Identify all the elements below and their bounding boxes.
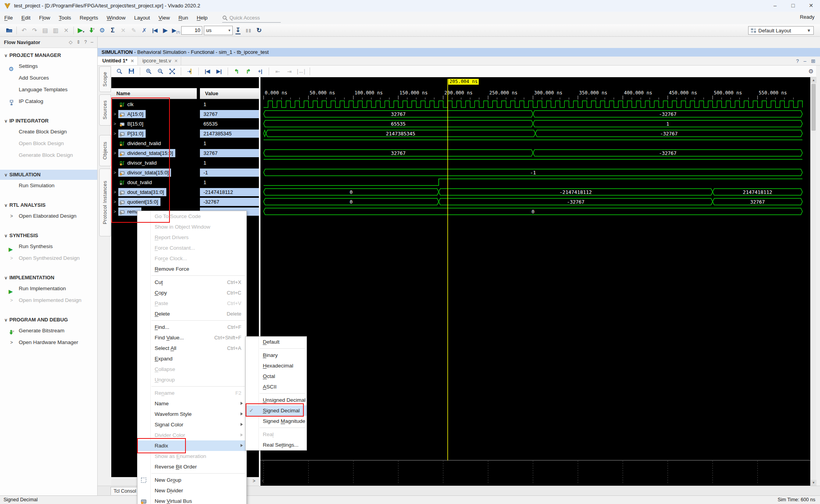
menu-layout[interactable]: Layout — [130, 12, 154, 24]
chevron-right-icon[interactable]: > — [10, 337, 13, 348]
side-tab-sources[interactable]: Sources — [99, 94, 111, 126]
menu-file[interactable]: File — [0, 12, 17, 24]
signal-row-dout-tvalid[interactable]: dout_tvalid — [111, 177, 197, 187]
go-to-last-time-icon[interactable]: ⇥ — [284, 67, 294, 76]
flow-section-header-simulation[interactable]: ∨SIMULATION — [0, 170, 97, 180]
chevron-right-icon[interactable]: > — [10, 295, 13, 306]
help-icon[interactable]: ? — [84, 39, 87, 45]
run-flow-icon[interactable]: ▶▾ — [76, 26, 86, 35]
pause-icon[interactable]: ▮▮ — [243, 26, 254, 35]
tab-untitled-1[interactable]: Untitled 1* ✕ — [98, 56, 138, 65]
report-summary-icon[interactable]: Σ — [107, 26, 118, 35]
expand-chevron-icon[interactable]: > — [114, 197, 116, 207]
chevron-right-icon[interactable]: > — [10, 252, 13, 264]
radix-item-unsigned-decimal[interactable]: Unsigned Decimal — [246, 395, 307, 405]
flow-item-add-sources[interactable]: Add Sources — [0, 72, 97, 84]
context-menu-item-waveform-style[interactable]: Waveform Style — [137, 409, 246, 419]
context-menu-item-find[interactable]: Find...Ctrl+F — [137, 322, 246, 332]
flow-item-generate-bitstream[interactable]: 01Generate Bitstream — [0, 325, 97, 337]
find-icon[interactable] — [114, 67, 125, 76]
flow-section-header-rtl-analysis[interactable]: ∨RTL ANALYSIS — [0, 200, 97, 210]
swap-next-cursor-icon[interactable]: ↱ — [243, 67, 253, 76]
previous-transition-icon[interactable]: |◀ — [202, 67, 212, 76]
name-column-header[interactable]: Name — [111, 88, 197, 99]
scroll-left-icon[interactable]: < — [261, 478, 264, 484]
scroll-down-icon[interactable]: ▼ — [811, 480, 816, 486]
clear-run-icon[interactable]: ✗ — [139, 26, 150, 35]
menu-tools[interactable]: Tools — [55, 12, 76, 24]
run-all-icon[interactable]: ▶ — [160, 26, 171, 35]
tab-ipcore-test-v[interactable]: ipcore_test.v ✕ — [138, 57, 182, 65]
signal-row-p-31-0[interactable]: >P[31:0] — [111, 129, 197, 138]
close-icon[interactable]: ✕ — [130, 57, 134, 65]
flow-item-language-templates[interactable]: Language Templates — [0, 84, 97, 96]
context-menu-item-expand[interactable]: Expand — [137, 353, 246, 364]
relaunch-simulation-icon[interactable]: ↻ — [254, 26, 264, 35]
flow-item-open-elaborated-design[interactable]: >Open Elaborated Design — [0, 210, 97, 222]
help-icon[interactable]: ? — [796, 58, 799, 64]
expand-collapse-icon[interactable]: ⇕ — [77, 39, 80, 45]
zoom-out-icon[interactable] — [155, 67, 166, 76]
restart-simulation-icon[interactable]: |◀ — [150, 26, 160, 35]
context-menu-item-radix[interactable]: Radix — [137, 440, 246, 451]
flow-item-run-synthesis[interactable]: ▶Run Synthesis — [0, 241, 97, 252]
flow-item-create-block-design[interactable]: Create Block Design — [0, 126, 97, 138]
radix-item-hexadecimal[interactable]: Hexadecimal — [246, 360, 307, 371]
expand-chevron-icon[interactable]: > — [114, 187, 116, 197]
cancel-icon[interactable]: ✕ — [118, 26, 128, 35]
delete-icon[interactable]: ✕ — [61, 26, 71, 35]
signal-row-dout-tdata-31-0[interactable]: >dout_tdata[31:0] — [111, 187, 197, 197]
run-time-input[interactable] — [181, 26, 202, 35]
context-menu-item-copy[interactable]: CopyCtrl+C — [137, 287, 246, 298]
chevron-right-icon[interactable]: > — [10, 210, 13, 222]
expand-chevron-icon[interactable]: > — [114, 119, 116, 129]
expand-chevron-icon[interactable]: > — [114, 168, 116, 177]
copy-icon[interactable]: ▤ — [40, 26, 50, 35]
generate-bitstream-icon[interactable]: 01 — [86, 26, 97, 35]
signal-row-b-15-0[interactable]: >B[15:0] — [111, 119, 197, 129]
next-transition-icon[interactable]: ▶| — [214, 67, 224, 76]
radix-item-real-settings[interactable]: Real Settings... — [246, 440, 307, 450]
side-tab-objects[interactable]: Objects — [99, 135, 111, 166]
flow-item-run-simulation[interactable]: Run Simulation — [0, 180, 97, 192]
flow-item-open-implemented-design[interactable]: >Open Implemented Design — [0, 295, 97, 306]
zoom-fit-icon[interactable] — [167, 67, 177, 76]
expand-chevron-icon[interactable]: > — [114, 129, 116, 138]
maximize-button[interactable]: □ — [784, 0, 802, 11]
vertical-scrollbar[interactable]: ▲ ▼ — [810, 77, 816, 486]
expand-chevron-icon[interactable]: > — [114, 148, 116, 158]
signal-row-dividend-tvalid[interactable]: dividend_tvalid — [111, 138, 197, 148]
edit-pen-icon[interactable]: ✎ — [128, 26, 139, 35]
flow-item-ip-catalog[interactable]: IP Catalog — [0, 96, 97, 107]
scrollbar-thumb[interactable] — [811, 84, 816, 131]
flow-section-header-program-and-debug[interactable]: ∨PROGRAM AND DEBUG — [0, 315, 97, 325]
tab-tcl-console[interactable]: Tcl Consol — [111, 487, 139, 495]
context-menu-item-find-value[interactable]: Find Value...Ctrl+Shift+F — [137, 332, 246, 343]
context-menu-item-delete[interactable]: DeleteDelete — [137, 309, 246, 319]
expand-chevron-icon[interactable]: > — [114, 207, 116, 217]
step-to-time-icon[interactable]: ↧ — [233, 26, 243, 35]
context-menu-item-new-group[interactable]: New Group — [137, 475, 246, 485]
context-menu-item-name[interactable]: Name — [137, 398, 246, 409]
flow-item-settings[interactable]: ⚙Settings — [0, 60, 97, 72]
context-menu-item-select-all[interactable]: Select AllCtrl+A — [137, 343, 246, 353]
signal-row-quotient-15-0[interactable]: >quotient[15:0] — [111, 197, 197, 207]
radix-item-signed-magnitude[interactable]: Signed Magnitude — [246, 416, 307, 426]
flow-item-open-block-design[interactable]: Open Block Design — [0, 138, 97, 149]
time-unit-select[interactable]: us▾ — [204, 26, 233, 35]
menu-run[interactable]: Run — [174, 12, 193, 24]
scroll-right-icon[interactable]: > — [253, 478, 255, 484]
fit-selection-icon[interactable]: |↔| — [296, 67, 306, 76]
run-for-time-icon[interactable]: ▶(T) — [171, 26, 181, 35]
float-pane-icon[interactable]: ⊞ — [811, 58, 815, 64]
layout-selector[interactable]: Default Layout ▼ — [748, 26, 814, 35]
signal-row-dividend-tdata-15-0[interactable]: >dividend_tdata[15:0] — [111, 148, 197, 158]
flow-item-generate-block-design[interactable]: Generate Block Design — [0, 149, 97, 161]
value-column-header[interactable]: Value — [200, 88, 259, 99]
context-menu-item-cut[interactable]: CutCtrl+X — [137, 277, 246, 287]
context-menu-item-new-virtual-bus[interactable]: New Virtual Bus — [137, 496, 246, 504]
close-icon[interactable]: ✕ — [174, 57, 178, 65]
radix-item-ascii[interactable]: ASCII — [246, 382, 307, 392]
menu-flow[interactable]: Flow — [35, 12, 55, 24]
flow-item-open-synthesized-design[interactable]: >Open Synthesized Design — [0, 252, 97, 264]
